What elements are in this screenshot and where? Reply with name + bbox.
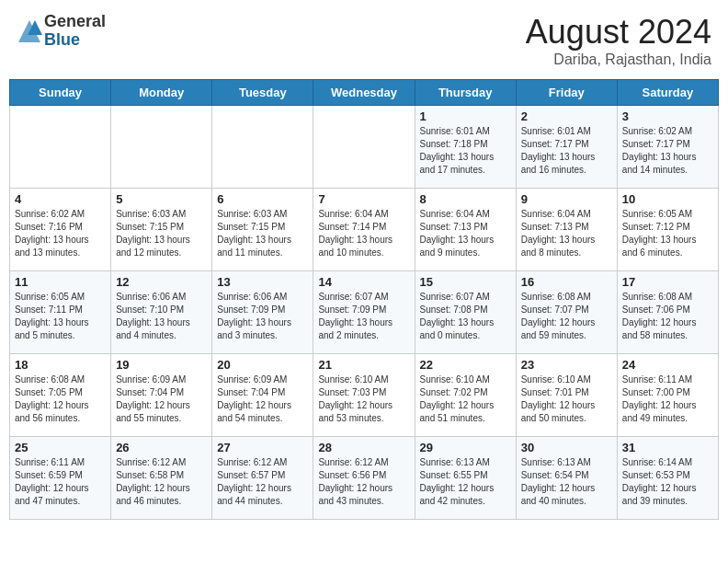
cell-text: Sunset: 7:12 PM [622, 221, 713, 234]
cell-text: Sunrise: 6:04 AM [318, 208, 409, 221]
cell-text: Sunset: 7:17 PM [521, 138, 612, 151]
cell-text: Sunset: 7:04 PM [217, 386, 308, 399]
day-number: 29 [420, 441, 511, 454]
title-area: August 2024 Dariba, Rajasthan, India [526, 13, 711, 68]
cell-text: Daylight: 12 hours [420, 482, 511, 495]
cell-text: and 59 minutes. [521, 329, 612, 342]
cell-text: Daylight: 13 hours [420, 234, 511, 247]
day-number: 10 [622, 192, 713, 206]
cell-text: Daylight: 13 hours [521, 151, 612, 164]
calendar-cell: 9Sunrise: 6:04 AMSunset: 7:13 PMDaylight… [516, 189, 617, 271]
page-header: General Blue August 2024 Dariba, Rajasth… [9, 9, 719, 72]
cell-text: Daylight: 13 hours [622, 234, 713, 247]
cell-text: and 16 minutes. [521, 164, 612, 177]
cell-text: Sunrise: 6:08 AM [521, 291, 612, 304]
calendar-cell: 12Sunrise: 6:06 AMSunset: 7:10 PMDayligh… [111, 271, 212, 354]
day-number: 3 [622, 109, 713, 123]
cell-text: Sunset: 7:07 PM [521, 304, 612, 316]
cell-text: Daylight: 12 hours [420, 399, 511, 412]
day-number: 7 [318, 192, 409, 206]
cell-text: Daylight: 12 hours [521, 399, 612, 412]
calendar-cell: 31Sunrise: 6:14 AMSunset: 6:53 PMDayligh… [617, 437, 718, 520]
calendar-cell: 24Sunrise: 6:11 AMSunset: 7:00 PMDayligh… [617, 354, 718, 437]
cell-text: Daylight: 12 hours [116, 482, 207, 495]
calendar-cell: 3Sunrise: 6:02 AMSunset: 7:17 PMDaylight… [617, 106, 718, 189]
cell-text: Daylight: 13 hours [217, 234, 308, 247]
day-number: 6 [217, 192, 308, 206]
cell-text: and 0 minutes. [420, 329, 511, 342]
cell-text: Sunset: 7:05 PM [15, 386, 106, 399]
cell-text: Sunrise: 6:01 AM [521, 125, 612, 138]
calendar-cell: 14Sunrise: 6:07 AMSunset: 7:09 PMDayligh… [313, 271, 415, 354]
cell-text: Sunrise: 6:02 AM [622, 125, 713, 138]
cell-text: Sunrise: 6:12 AM [318, 456, 409, 469]
calendar-week-row: 25Sunrise: 6:11 AMSunset: 6:59 PMDayligh… [10, 437, 719, 520]
cell-text: Daylight: 13 hours [15, 316, 106, 329]
calendar-week-row: 11Sunrise: 6:05 AMSunset: 7:11 PMDayligh… [10, 271, 719, 354]
cell-text: and 12 minutes. [116, 247, 207, 259]
cell-text: Sunset: 7:09 PM [318, 304, 409, 316]
cell-text: Sunset: 7:08 PM [420, 304, 511, 316]
calendar-cell: 23Sunrise: 6:10 AMSunset: 7:01 PMDayligh… [516, 354, 617, 437]
calendar-table: SundayMondayTuesdayWednesdayThursdayFrid… [9, 79, 719, 520]
cell-text: Daylight: 12 hours [217, 399, 308, 412]
calendar-cell: 27Sunrise: 6:12 AMSunset: 6:57 PMDayligh… [212, 437, 313, 520]
cell-text: and 50 minutes. [521, 412, 612, 425]
cell-text: Sunset: 7:10 PM [116, 304, 207, 316]
calendar-week-row: 4Sunrise: 6:02 AMSunset: 7:16 PMDaylight… [10, 189, 719, 271]
cell-text: Daylight: 12 hours [318, 482, 409, 495]
cell-text: Sunrise: 6:06 AM [116, 291, 207, 304]
cell-text: Daylight: 13 hours [318, 234, 409, 247]
day-number: 17 [622, 275, 713, 289]
cell-text: and 5 minutes. [15, 329, 106, 342]
cell-text: Daylight: 13 hours [217, 316, 308, 329]
day-number: 4 [15, 192, 106, 206]
cell-text: Sunset: 6:59 PM [15, 469, 106, 482]
cell-text: Sunrise: 6:05 AM [622, 208, 713, 221]
col-header-thursday: Thursday [415, 80, 516, 106]
cell-text: and 46 minutes. [116, 495, 207, 508]
cell-text: and 9 minutes. [420, 247, 511, 259]
calendar-cell: 29Sunrise: 6:13 AMSunset: 6:55 PMDayligh… [415, 437, 516, 520]
cell-text: Sunrise: 6:04 AM [521, 208, 612, 221]
calendar-cell: 15Sunrise: 6:07 AMSunset: 7:08 PMDayligh… [415, 271, 516, 354]
cell-text: Daylight: 13 hours [622, 151, 713, 164]
calendar-cell [111, 106, 212, 189]
day-number: 18 [15, 358, 106, 372]
calendar-cell [313, 106, 415, 189]
cell-text: Sunset: 7:03 PM [318, 386, 409, 399]
cell-text: and 40 minutes. [521, 495, 612, 508]
cell-text: Sunrise: 6:07 AM [318, 291, 409, 304]
cell-text: and 49 minutes. [622, 412, 713, 425]
cell-text: Sunrise: 6:10 AM [521, 373, 612, 386]
cell-text: and 44 minutes. [217, 495, 308, 508]
cell-text: Sunset: 7:06 PM [622, 304, 713, 316]
cell-text: and 8 minutes. [521, 247, 612, 259]
cell-text: Daylight: 13 hours [116, 234, 207, 247]
day-number: 19 [116, 358, 207, 372]
cell-text: Sunrise: 6:07 AM [420, 291, 511, 304]
calendar-cell: 30Sunrise: 6:13 AMSunset: 6:54 PMDayligh… [516, 437, 617, 520]
cell-text: Sunrise: 6:04 AM [420, 208, 511, 221]
cell-text: Sunset: 6:57 PM [217, 469, 308, 482]
cell-text: and 6 minutes. [622, 247, 713, 259]
day-number: 9 [521, 192, 612, 206]
cell-text: Sunset: 7:15 PM [217, 221, 308, 234]
calendar-cell: 1Sunrise: 6:01 AMSunset: 7:18 PMDaylight… [415, 106, 516, 189]
cell-text: Daylight: 12 hours [622, 316, 713, 329]
calendar-cell: 16Sunrise: 6:08 AMSunset: 7:07 PMDayligh… [516, 271, 617, 354]
cell-text: Sunrise: 6:14 AM [622, 456, 713, 469]
day-number: 24 [622, 358, 713, 372]
cell-text: Daylight: 12 hours [622, 399, 713, 412]
cell-text: and 53 minutes. [318, 412, 409, 425]
cell-text: and 55 minutes. [116, 412, 207, 425]
cell-text: Sunrise: 6:05 AM [15, 291, 106, 304]
cell-text: Sunrise: 6:02 AM [15, 208, 106, 221]
cell-text: Sunset: 7:17 PM [622, 138, 713, 151]
cell-text: Sunset: 6:54 PM [521, 469, 612, 482]
cell-text: Sunrise: 6:08 AM [622, 291, 713, 304]
cell-text: and 56 minutes. [15, 412, 106, 425]
cell-text: Sunrise: 6:03 AM [116, 208, 207, 221]
cell-text: Sunset: 7:09 PM [217, 304, 308, 316]
cell-text: and 39 minutes. [622, 495, 713, 508]
